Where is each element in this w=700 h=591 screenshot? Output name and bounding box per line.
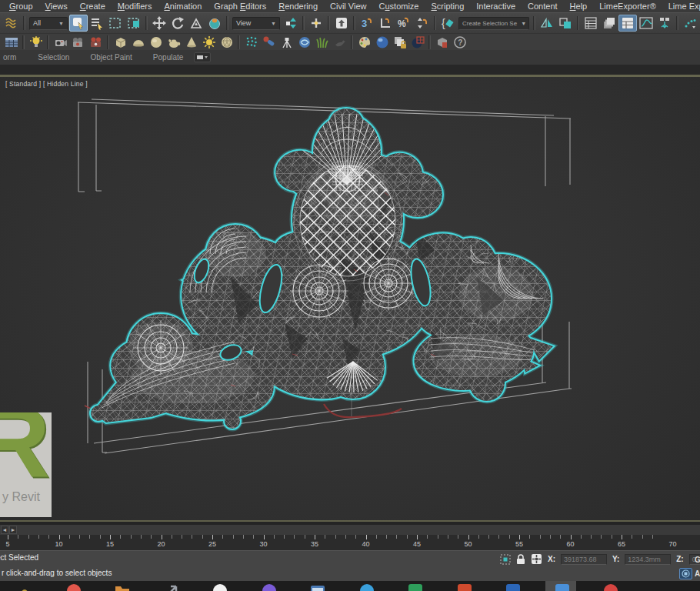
taskbar-app-blue[interactable] [505, 583, 521, 591]
menu-lime-exporter[interactable]: Lime Exporter [662, 0, 700, 12]
move-icon[interactable] [150, 15, 168, 32]
cam1-icon[interactable] [52, 35, 69, 50]
geobox-icon[interactable] [112, 35, 129, 50]
snap-3d-icon[interactable]: 3 [358, 15, 376, 32]
next-key-button[interactable]: ► [9, 526, 17, 534]
taskbar-app-blue-window[interactable] [310, 583, 325, 591]
selset-dropdown[interactable]: Create Selection Se▼ [458, 17, 529, 30]
ribbon-tab-populate[interactable]: Populate [153, 53, 183, 62]
darksphere-icon[interactable] [408, 35, 426, 50]
cone-icon[interactable] [182, 35, 200, 50]
ribbon-tab-object-paint[interactable]: Object Paint [90, 53, 132, 62]
taskbar-app-purple-circle[interactable] [262, 583, 277, 591]
bird-icon[interactable] [331, 35, 348, 50]
ribbon-minimize-button[interactable] [194, 52, 211, 62]
taskbar-app-green[interactable] [408, 583, 423, 591]
snap-percent-icon[interactable]: % [395, 15, 413, 32]
track-bar[interactable]: 510152025303540455055606570 [0, 535, 700, 550]
ribbon-tab-selection[interactable]: Selection [38, 53, 69, 62]
taskbar-app-orange[interactable] [457, 583, 472, 591]
geosphere-icon[interactable] [218, 35, 235, 50]
mirror-icon[interactable] [538, 15, 556, 32]
cam2-icon[interactable] [69, 35, 87, 50]
time-slider[interactable]: ◄ ► [0, 525, 700, 535]
particles-icon[interactable] [242, 35, 260, 50]
light-icon[interactable] [27, 35, 45, 50]
menu-views[interactable]: Views [39, 0, 74, 12]
ribbon-tab-orm[interactable]: orm [3, 53, 16, 62]
filter-dropdown[interactable]: All▼ [29, 17, 68, 30]
menu-help[interactable]: Help [564, 0, 594, 12]
named-sets-icon[interactable]: { [438, 15, 457, 32]
taskbar-app-white-circle[interactable] [212, 583, 228, 591]
taskbar-app-yellow[interactable] [17, 583, 32, 591]
explorer-icon[interactable] [600, 15, 618, 32]
menu-limeexporter-[interactable]: LimeExporter® [593, 0, 662, 12]
y-coordinate-field[interactable]: 1234.3mm [625, 554, 671, 565]
taskbar-app-active-blue[interactable] [555, 583, 570, 591]
x-coordinate-field[interactable]: 391873.68 [561, 554, 607, 565]
menu-animation[interactable]: Animation [158, 0, 208, 12]
redbox-icon[interactable] [433, 35, 451, 50]
matsphere-icon[interactable] [373, 35, 391, 50]
table-icon[interactable] [2, 35, 20, 50]
select-by-name-icon[interactable] [88, 15, 106, 32]
teapot-icon[interactable] [165, 35, 182, 50]
timeline-tick [120, 535, 121, 539]
menu-create[interactable]: Create [74, 0, 112, 12]
grass-icon[interactable] [313, 35, 331, 50]
region-rect-icon[interactable] [106, 15, 125, 32]
manipulate-icon[interactable] [307, 15, 325, 32]
menu-content[interactable]: Content [522, 0, 564, 12]
rotate-icon[interactable] [168, 15, 187, 32]
transform-gizmo-icon[interactable] [531, 553, 542, 565]
prev-key-button[interactable]: ◄ [1, 526, 8, 534]
sun-icon[interactable] [200, 35, 218, 50]
dome-icon[interactable] [129, 35, 147, 50]
snap-angle-icon[interactable] [376, 15, 395, 32]
viewport-shading-label[interactable]: [ Standard ] [ Hidden Line ] [5, 80, 88, 88]
ribbon-icon[interactable] [618, 15, 637, 32]
dots-icon[interactable] [681, 15, 699, 32]
taskbar-app-arrow[interactable] [164, 583, 179, 591]
wind-icon[interactable] [295, 35, 313, 50]
snap-spinner-icon[interactable] [413, 15, 432, 32]
region-crossing-icon[interactable] [125, 15, 143, 32]
bones-icon[interactable] [260, 35, 278, 50]
select-link-icon[interactable] [2, 15, 21, 32]
scale-icon[interactable] [187, 15, 205, 32]
selection-region-icon[interactable] [500, 554, 511, 565]
lock-selection-icon[interactable] [516, 554, 525, 565]
layers-icon[interactable] [582, 15, 600, 32]
menu-modifiers[interactable]: Modifiers [112, 0, 158, 12]
menu-group[interactable]: Group [3, 0, 39, 12]
cam3-icon[interactable] [87, 35, 105, 50]
coord-dropdown[interactable]: View▼ [232, 17, 280, 30]
schematic-icon[interactable] [655, 15, 674, 32]
menu-scripting[interactable]: Scripting [425, 0, 470, 12]
layerlock-icon[interactable] [391, 35, 408, 50]
taskbar-app-red[interactable] [603, 583, 618, 591]
select-object-icon[interactable] [69, 15, 88, 32]
menu-graph-editors[interactable]: Graph Editors [208, 0, 272, 12]
viewport[interactable]: [ Standard ] [ Hidden Line ] R y Revit [0, 77, 700, 520]
place-icon[interactable] [205, 15, 224, 32]
menu-customize[interactable]: Customize [373, 0, 425, 12]
palette-icon[interactable] [355, 35, 373, 50]
taskbar-app-folder[interactable] [115, 583, 130, 591]
tripod-icon[interactable] [278, 35, 295, 50]
curve-editor-icon[interactable] [637, 15, 655, 32]
pivot-center-icon[interactable] [282, 15, 300, 32]
kbd-override-icon[interactable] [332, 15, 351, 32]
sphere-icon[interactable] [147, 35, 165, 50]
isolate-selection-button[interactable] [679, 568, 692, 579]
menu-rendering[interactable]: Rendering [272, 0, 324, 12]
help-icon[interactable]: ? [451, 35, 468, 50]
menu-civil-view[interactable]: Civil View [324, 0, 372, 12]
taskbar-app-blue-circle[interactable] [359, 583, 375, 591]
taskbar-app-red-circle[interactable] [66, 583, 82, 591]
ornament-wireframe-model[interactable] [77, 100, 585, 492]
menu-interactive[interactable]: Interactive [470, 0, 522, 12]
align-icon[interactable] [556, 15, 575, 32]
timeline-tick [581, 535, 582, 539]
